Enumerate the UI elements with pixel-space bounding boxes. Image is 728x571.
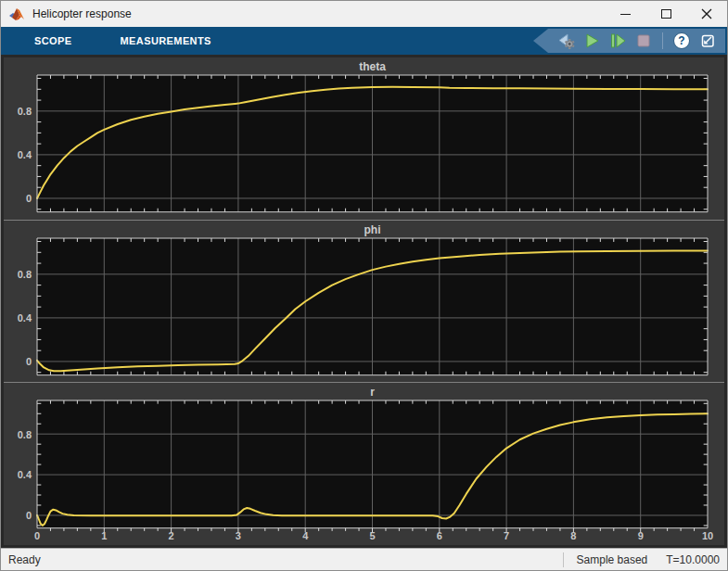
scope-window: Helicopter response SCOPE MEASUREMENTS: [0, 0, 728, 571]
matlab-logo-icon: [8, 6, 25, 21]
statusbar: Ready Sample based T=10.0000: [1, 548, 727, 570]
minimize-button[interactable]: [605, 1, 645, 27]
scope-canvas: theta 00.40.8 phi 00.40.8 r 00.40.8 0123…: [1, 55, 727, 548]
maximize-icon: [661, 9, 671, 19]
step-back-gear-icon: [556, 31, 576, 51]
run-icon: [581, 31, 602, 51]
run-button[interactable]: [581, 31, 602, 51]
plot-canvas-theta[interactable]: [37, 75, 708, 212]
x-tick-label: 0: [34, 530, 40, 541]
x-tick-label: 9: [638, 530, 644, 541]
minimize-icon: [620, 14, 631, 15]
y-axis-labels-theta: 00.40.8: [4, 75, 37, 212]
x-tick-label: 10: [702, 530, 713, 541]
status-ready: Ready: [1, 553, 563, 566]
close-icon: [701, 8, 712, 19]
x-tick-label: 5: [369, 530, 375, 541]
undock-icon: [698, 32, 717, 50]
plot-title-phi: phi: [37, 222, 708, 238]
display-r: r 00.40.8 012345678910: [4, 382, 724, 545]
display-theta: theta 00.40.8: [4, 57, 724, 220]
plot-canvas-phi[interactable]: [37, 238, 708, 375]
y-tick-label: 0.4: [18, 312, 32, 324]
titlebar: Helicopter response: [1, 1, 727, 27]
y-tick-label: 0: [26, 356, 32, 367]
y-axis-labels-r: 00.40.8: [4, 400, 37, 528]
toolstrip: SCOPE MEASUREMENTS: [1, 27, 727, 55]
x-tick-label: 1: [101, 530, 107, 541]
step-back-settings-button[interactable]: [556, 31, 576, 51]
x-tick-label: 8: [570, 530, 576, 541]
y-tick-label: 0.8: [18, 269, 32, 280]
y-axis-labels-phi: 00.40.8: [4, 238, 37, 375]
toolbar-separator: [662, 32, 663, 49]
y-tick-label: 0.4: [18, 469, 32, 480]
display-phi: phi 00.40.8: [4, 220, 724, 383]
y-tick-label: 0.8: [18, 429, 32, 440]
maximize-button[interactable]: [645, 1, 686, 27]
y-tick-label: 0.8: [18, 106, 32, 117]
help-button[interactable]: ?: [671, 31, 692, 51]
x-tick-label: 7: [504, 530, 509, 541]
tab-scope[interactable]: SCOPE: [31, 27, 76, 55]
x-axis-labels: 012345678910: [37, 528, 708, 543]
plot-title-theta: theta: [37, 59, 708, 75]
x-tick-label: 2: [169, 530, 174, 541]
status-sample-mode: Sample based: [564, 553, 661, 566]
window-title: Helicopter response: [32, 7, 605, 20]
y-tick-label: 0.4: [18, 149, 32, 160]
undock-button[interactable]: [697, 31, 718, 51]
close-button[interactable]: [686, 1, 727, 27]
step-forward-button[interactable]: [607, 31, 628, 51]
stop-button[interactable]: [633, 31, 654, 51]
tab-measurements[interactable]: MEASUREMENTS: [117, 27, 215, 55]
x-tick-label: 6: [437, 530, 442, 541]
y-tick-label: 0: [26, 510, 32, 521]
stop-icon: [633, 31, 654, 51]
x-tick-label: 4: [302, 530, 308, 541]
step-forward-icon: [607, 31, 628, 51]
simulate-icon-panel: ?: [533, 29, 725, 53]
status-sim-time: T=10.0000: [660, 553, 727, 566]
help-icon: ?: [673, 32, 690, 49]
y-tick-label: 0: [26, 193, 32, 204]
plot-canvas-r[interactable]: [37, 400, 708, 528]
plot-title-r: r: [37, 385, 708, 400]
x-tick-label: 3: [236, 530, 241, 541]
